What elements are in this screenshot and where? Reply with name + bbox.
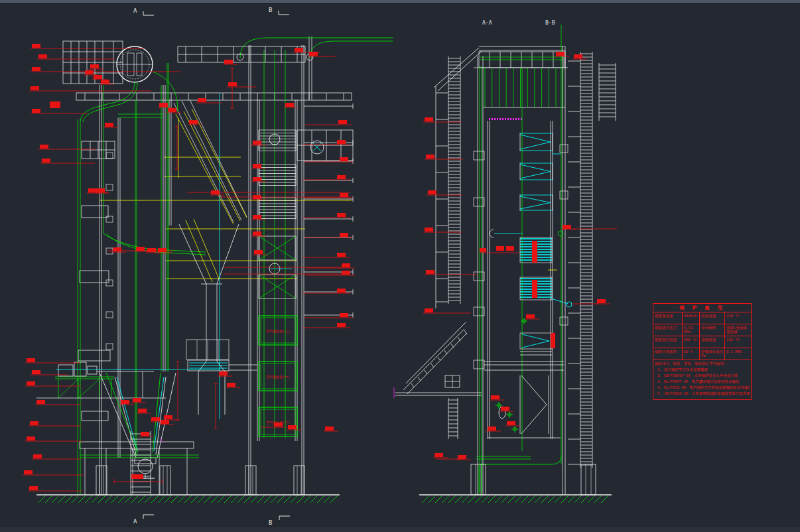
spec-cell: 410t/h: [683, 312, 700, 324]
spec-cell: 0.1 MPa: [725, 348, 751, 360]
spec-cell: 9.81 MPa: [683, 324, 700, 336]
airheater-label-lower: 空气预热器(下): [266, 421, 290, 425]
section-label-bb: B-B: [545, 20, 555, 26]
spec-table-row: 额定蒸汽压力 9.81 MPa 设计燃料 贫煤+无烟煤混合煤: [653, 324, 751, 336]
spec-cell: 92 %: [683, 348, 700, 360]
spec-cell: 排烟温度: [700, 336, 725, 348]
spec-cell: 锅炉计算效率: [653, 348, 683, 360]
spec-note: 锅炉设计、制造、安装、验收执行下列标准：: [655, 362, 750, 366]
spec-note: 2. GB/T16507-98 水管锅炉受压元件强度计算: [655, 373, 750, 377]
spec-note: 3. DL/T5047-95 电力建设施工及验收技术规范: [655, 379, 750, 383]
spec-table-title: 锅 炉 规 范: [653, 304, 751, 312]
section-label-a-top: A: [133, 7, 137, 14]
spec-cell: 230 ℃: [725, 312, 751, 324]
spec-table-row: 额定蒸发量 410t/h 给水温度 230 ℃: [653, 312, 751, 324]
linework: [23, 11, 617, 520]
spec-cell: 额定蒸发量: [653, 312, 683, 324]
spec-cell: 设计燃料: [700, 324, 725, 336]
spec-table-notes: 锅炉设计、制造、安装、验收执行下列标准： 1. 蒸汽锅炉安全技术监察规程 2. …: [653, 360, 751, 399]
spec-cell: 额定蒸汽压力: [653, 324, 683, 336]
spec-cell: 540 ℃: [683, 336, 700, 348]
section-label-b-top: B: [269, 7, 272, 13]
airheater-label-upper: 空气预热器(上): [266, 329, 290, 334]
spec-table-row: 额定蒸汽温度 540 ℃ 排烟温度 138 ℃: [653, 336, 751, 348]
cad-viewport[interactable]: A B A B A-A B-B 空气预热器(上) 空气预热器(中) 空气预热器(…: [0, 0, 800, 532]
spec-cell: 炉膛设计承压 Pa: [700, 348, 725, 360]
spec-cell: 贫煤+无烟煤混合煤: [725, 324, 751, 336]
boiler-drawing-canvas: A B A B A-A B-B 空气预热器(上) 空气预热器(中) 空气预热器(…: [0, 0, 800, 532]
spec-table-row: 锅炉计算效率 92 % 炉膛设计承压 Pa 0.1 MPa: [653, 348, 751, 360]
spec-table: 锅 炉 规 范 额定蒸发量 410t/h 给水温度 230 ℃ 额定蒸汽压力 9…: [653, 303, 752, 400]
airheater-label-middle: 空气预热器(中): [266, 375, 290, 379]
section-label-b-bottom: B: [269, 519, 272, 526]
spec-cell: 给水温度: [700, 312, 725, 324]
spec-note: 4. DL/T612-96 电力锅炉压力容器监察规程及有关规定: [655, 385, 750, 389]
spec-note: 1. 蒸汽锅炉安全技术监察规程: [655, 367, 750, 371]
spec-note: 5. JB/T1620-93 大容量电站锅炉及辅机安装工程质量检验标准: [655, 391, 750, 395]
section-label-aa: A-A: [482, 20, 492, 26]
section-label-a-bottom: A: [133, 518, 137, 525]
spec-cell: 额定蒸汽温度: [653, 336, 683, 348]
spec-cell: 138 ℃: [725, 336, 751, 348]
